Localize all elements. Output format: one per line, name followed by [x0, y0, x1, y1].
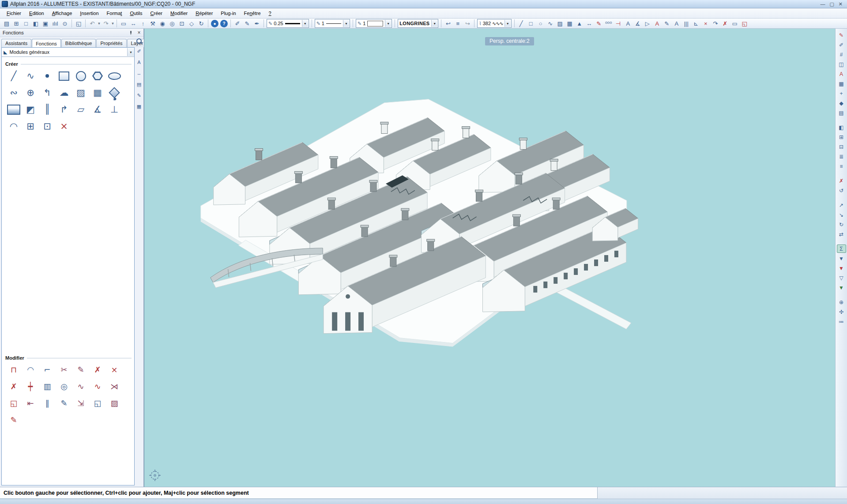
surface-style-icon[interactable]: ◩: [22, 101, 39, 118]
box-3d-icon[interactable]: ◇: [187, 19, 196, 28]
delete-between-icon[interactable]: ×: [106, 361, 123, 378]
trim-elements-icon[interactable]: ✂: [56, 361, 72, 378]
menu-affichage[interactable]: Affichage: [48, 9, 76, 17]
line-icon[interactable]: ╱: [5, 68, 22, 84]
arrow-down-icon[interactable]: ↘: [837, 211, 846, 219]
stretch-entities-icon[interactable]: ⊓: [5, 361, 22, 378]
arrow-up-icon[interactable]: ↗: [837, 201, 846, 209]
convert-element-icon[interactable]: ⇲: [72, 395, 89, 412]
point-icon[interactable]: [39, 68, 56, 84]
section-icon[interactable]: ⊟: [837, 143, 846, 151]
chevron-down-icon[interactable]: ▼: [111, 19, 115, 28]
viewport-3d[interactable]: Persp. centrale:2: [144, 29, 835, 487]
edit-sheet-icon[interactable]: ✎: [135, 91, 143, 99]
compass-icon[interactable]: [149, 469, 161, 481]
properties-icon[interactable]: ≔: [837, 317, 846, 326]
bring-front-icon[interactable]: ◱: [89, 395, 106, 412]
symbol-grid-icon[interactable]: ⊡: [39, 118, 56, 135]
assistant-globe-icon[interactable]: ●: [211, 20, 218, 27]
macro-grid-icon[interactable]: ▦: [135, 102, 143, 110]
rectangle-icon[interactable]: [56, 68, 72, 84]
new-drawing-icon[interactable]: □: [21, 19, 31, 28]
dimension-arrows-icon[interactable]: ↔: [135, 69, 143, 77]
copy-clipboard-icon[interactable]: ◱: [74, 19, 83, 28]
menu-fichier[interactable]: Fichier: [3, 9, 25, 17]
dim-000-tool-icon[interactable]: ⁰⁰⁰: [604, 19, 614, 28]
match-properties-icon[interactable]: ✐: [233, 19, 242, 28]
view-eye-icon[interactable]: ◉: [158, 19, 167, 28]
surface-tool-icon[interactable]: ▲: [575, 19, 584, 28]
edit-element-icon[interactable]: ✎: [72, 361, 89, 378]
grid-snap-icon[interactable]: #: [837, 50, 846, 59]
revision-cloud-icon[interactable]: ☁: [56, 84, 72, 101]
delete-duplicates-icon[interactable]: ◱: [5, 395, 22, 412]
menu-plug-in[interactable]: Plug-in: [217, 9, 240, 17]
redo-icon[interactable]: ↷: [101, 19, 111, 28]
layer-combo[interactable]: LONGRINES▼: [398, 19, 438, 28]
fill-bucket-icon[interactable]: [106, 84, 123, 101]
pattern-fill-icon[interactable]: ▦: [89, 84, 106, 101]
refresh-icon[interactable]: ↻: [837, 220, 846, 229]
text-bold-tool-icon[interactable]: A: [672, 19, 681, 28]
delete-segment-icon[interactable]: ✗: [89, 361, 106, 378]
chamfer-icon[interactable]: ⌐: [39, 361, 56, 378]
help-icon[interactable]: ?: [220, 20, 228, 27]
elevation-icon[interactable]: ↑: [138, 19, 148, 28]
text-arrow-tool-icon[interactable]: ▷: [643, 19, 652, 28]
chevron-down-icon[interactable]: ▼: [127, 48, 134, 56]
close-icon[interactable]: ×: [136, 30, 142, 36]
wizard-pen-icon[interactable]: ✐: [135, 47, 143, 55]
open-project-icon[interactable]: ▤: [2, 19, 11, 28]
sum-icon[interactable]: Σ: [837, 244, 846, 253]
spline-icon[interactable]: ∾: [5, 84, 22, 101]
sketch-pen-icon[interactable]: ✐: [837, 41, 846, 49]
view-grid-icon[interactable]: ⊞: [837, 133, 846, 141]
split-element-icon[interactable]: ⋊: [106, 378, 123, 395]
menu-modifier[interactable]: Modifier: [166, 9, 192, 17]
regenerate-icon[interactable]: ↻: [196, 19, 206, 28]
view-window-icon[interactable]: ⊡: [177, 19, 187, 28]
module-select[interactable]: ◣ Modules généraux ▼: [2, 48, 134, 57]
save-icon[interactable]: ▣: [41, 19, 50, 28]
pan-icon[interactable]: ✣: [837, 308, 846, 316]
pattern-combo[interactable]: ⌇382∿∿∿▼: [477, 19, 511, 28]
chevron-down-icon[interactable]: ▼: [302, 20, 308, 27]
intersect-lines-icon[interactable]: ×: [56, 118, 72, 135]
filter-step-icon[interactable]: ▼: [837, 254, 846, 263]
layer-back-icon[interactable]: ↩: [443, 19, 453, 28]
menu-edition[interactable]: Edition: [25, 9, 48, 17]
line-tool-icon[interactable]: ╱: [516, 19, 526, 28]
modify-hatch-icon[interactable]: ▨: [106, 395, 123, 412]
sheet-icon[interactable]: ◧: [837, 123, 846, 132]
dimension-icon[interactable]: ↔: [128, 19, 138, 28]
hatching-icon[interactable]: ▨: [72, 84, 89, 101]
image-area-icon[interactable]: [5, 101, 22, 118]
ruler-icon[interactable]: ▭: [119, 19, 128, 28]
text-edit-tool-icon[interactable]: A: [652, 19, 662, 28]
circle-icon[interactable]: [72, 68, 89, 84]
move-icon[interactable]: +: [837, 89, 846, 98]
maximize-button[interactable]: ▢: [829, 1, 834, 7]
divide-element-icon[interactable]: ┿: [22, 378, 39, 395]
menu-lines-icon[interactable]: ≡: [837, 162, 846, 170]
dim-delete-tool-icon[interactable]: ×: [701, 19, 711, 28]
menu-r-p-ter[interactable]: Répéter: [192, 9, 217, 17]
chevron-down-icon[interactable]: ▼: [343, 20, 349, 27]
text-red-icon[interactable]: A: [837, 70, 846, 78]
symbol-icon[interactable]: ◆: [837, 99, 846, 107]
delete-points-icon[interactable]: ✗: [5, 378, 22, 395]
menu-insertion[interactable]: Insertion: [76, 9, 102, 17]
undo-icon[interactable]: ↶: [87, 19, 97, 28]
line-type-combo[interactable]: ✎1▼: [315, 19, 350, 28]
text-angle-tool-icon[interactable]: ∡: [633, 19, 643, 28]
chevron-down-icon[interactable]: ▼: [385, 20, 391, 27]
tab-assistants[interactable]: Assistants: [1, 39, 31, 47]
search-icon[interactable]: [136, 38, 142, 44]
align-elements-icon[interactable]: ⇤: [22, 395, 39, 412]
menu-?[interactable]: ?: [265, 9, 275, 17]
modify-offset-icon[interactable]: ▥: [39, 378, 56, 395]
zoom-plus-icon[interactable]: ⊕: [837, 298, 846, 306]
swap-icon[interactable]: ⇄: [837, 230, 846, 238]
columns-tool-icon[interactable]: |||: [681, 19, 691, 28]
fillet-icon[interactable]: ◠: [22, 361, 39, 378]
